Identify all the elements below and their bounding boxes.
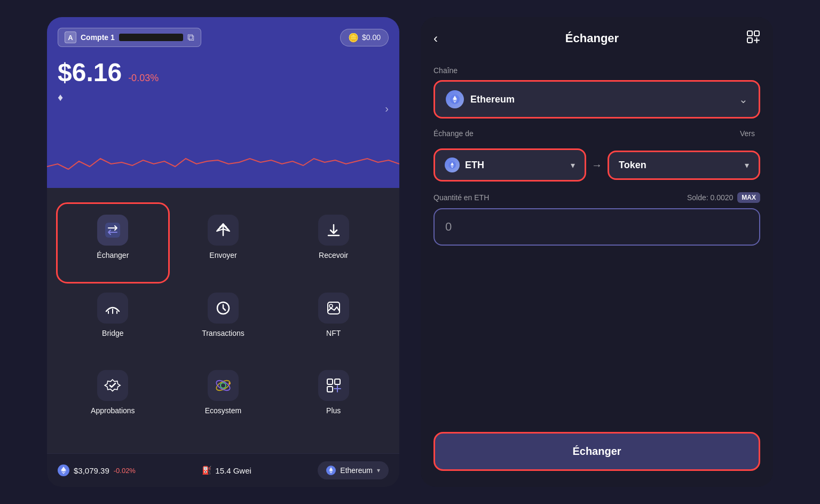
account-bar: A Compte 1 ⧉ 🪙 $0.00 <box>58 28 389 47</box>
recevoir-icon-wrap <box>318 215 349 246</box>
chain-section: Chaîne Ethereum ⌄ <box>433 66 760 119</box>
bridge-icon <box>104 300 121 317</box>
account-name: Compte 1 <box>81 33 115 42</box>
menu-item-recevoir[interactable]: Recevoir <box>278 204 389 282</box>
menu-item-ecosystem[interactable]: Ecosystem <box>168 359 279 437</box>
bottom-bar: $3,079.39 -0.02% ⛽ 15.4 Gwei Ethereum ▾ <box>47 453 399 487</box>
to-token-left: Token <box>619 160 646 171</box>
from-token-eth-icon <box>445 158 460 172</box>
swap-labels: Échange de Vers <box>433 129 760 143</box>
chain-selector[interactable]: Ethereum ⌄ <box>433 80 760 119</box>
from-token-dropdown-icon: ▾ <box>571 160 575 170</box>
balance-button[interactable]: 🪙 $0.00 <box>340 29 389 46</box>
network-name: Ethereum <box>340 466 373 475</box>
menu-item-echanger[interactable]: Échanger <box>58 204 168 282</box>
main-balance: $6.16 -0.03% <box>58 58 389 87</box>
to-token-dropdown-icon: ▾ <box>745 160 749 170</box>
chain-left: Ethereum <box>446 90 515 108</box>
max-button[interactable]: MAX <box>737 192 760 203</box>
account-redacted-address <box>119 34 183 41</box>
ecosystem-icon <box>215 377 232 394</box>
menu-grid: Échanger Envoyer Recevoir <box>47 188 399 453</box>
gas-info: ⛽ 15.4 Gwei <box>202 466 251 475</box>
svg-rect-18 <box>747 31 752 36</box>
recevoir-icon <box>325 222 342 239</box>
gas-value: 15.4 Gwei <box>215 466 251 475</box>
swap-arrow-icon: → <box>592 159 602 171</box>
nft-icon-wrap <box>318 293 349 324</box>
menu-item-approbations[interactable]: Approbations <box>58 359 168 437</box>
network-eth-icon <box>326 466 336 475</box>
to-token-name: Token <box>619 160 646 171</box>
right-panel: ‹ Échanger Chaîne <box>421 17 773 487</box>
transactions-label: Transactions <box>202 329 245 337</box>
balance-amount: $6.16 <box>58 58 122 87</box>
ecosystem-label: Ecosystem <box>205 406 241 415</box>
svg-point-8 <box>228 382 231 384</box>
svg-rect-20 <box>754 31 759 36</box>
amount-header: Quantité en ETH Solde: 0.0020 MAX <box>433 192 760 203</box>
solde-label: Solde: 0.0020 <box>687 193 733 202</box>
eth-diamond-icon: ♦ <box>58 91 389 104</box>
gas-pump-icon: ⛽ <box>202 466 212 475</box>
echanger-label: Échanger <box>97 251 129 259</box>
nft-icon <box>325 300 342 317</box>
eth-logo-icon <box>58 464 69 476</box>
eth-price-change: -0.02% <box>114 467 136 475</box>
envoyer-icon <box>215 222 232 239</box>
next-arrow-icon[interactable]: › <box>385 103 389 115</box>
account-name-box[interactable]: A Compte 1 ⧉ <box>58 28 201 47</box>
price-chart <box>47 135 399 188</box>
envoyer-label: Envoyer <box>209 251 236 259</box>
from-token-name: ETH <box>465 160 484 171</box>
menu-item-plus[interactable]: Plus <box>278 359 389 437</box>
copy-icon[interactable]: ⧉ <box>187 32 194 43</box>
balance-info: Solde: 0.0020 MAX <box>687 192 760 203</box>
approbations-icon <box>104 377 121 394</box>
menu-item-envoyer[interactable]: Envoyer <box>168 204 279 282</box>
balance-btn-value: $0.00 <box>362 33 381 42</box>
plus-icon-wrap <box>318 370 349 401</box>
bridge-icon-wrap <box>97 293 128 324</box>
from-token-left: ETH <box>445 158 484 172</box>
bottom-actions: Échanger <box>421 421 773 487</box>
swap-row: ETH ▾ → Token ▾ <box>433 148 760 182</box>
recevoir-label: Recevoir <box>319 251 348 259</box>
approbations-label: Approbations <box>91 406 135 415</box>
back-button[interactable]: ‹ <box>433 31 438 46</box>
approbations-icon-wrap <box>97 370 128 401</box>
menu-item-transactions[interactable]: Transactions <box>168 282 279 360</box>
quantite-label: Quantité en ETH <box>433 193 489 202</box>
from-token-selector[interactable]: ETH ▾ <box>433 148 586 182</box>
right-content: Chaîne Ethereum ⌄ Échange <box>421 56 773 421</box>
amount-input-box[interactable]: 0 <box>433 208 760 246</box>
swap-section: Échange de Vers ETH <box>433 129 760 182</box>
ecosystem-icon-wrap <box>208 370 239 401</box>
network-selector[interactable]: Ethereum ▾ <box>318 461 389 479</box>
echanger-icon <box>104 222 121 239</box>
swap-button[interactable]: Échanger <box>433 432 760 471</box>
network-chevron-icon: ▾ <box>377 467 380 474</box>
to-token-selector[interactable]: Token ▾ <box>608 151 760 180</box>
right-header: ‹ Échanger <box>421 17 773 56</box>
amount-value: 0 <box>445 220 452 233</box>
eth-price-container: $3,079.39 -0.02% <box>58 464 136 476</box>
svg-rect-9 <box>327 379 333 384</box>
eth-price-value: $3,079.39 <box>74 466 109 475</box>
chain-label: Chaîne <box>433 66 760 75</box>
menu-item-bridge[interactable]: Bridge <box>58 282 168 360</box>
chain-eth-icon <box>446 90 464 108</box>
nft-label: NFT <box>326 329 341 337</box>
echange-de-label: Échange de <box>433 129 474 138</box>
amount-section: Quantité en ETH Solde: 0.0020 MAX 0 <box>433 192 760 246</box>
svg-point-5 <box>220 383 226 388</box>
bridge-label: Bridge <box>102 329 123 337</box>
balance-change: -0.03% <box>128 73 159 84</box>
settings-icon[interactable] <box>746 30 760 47</box>
wallet-header: A Compte 1 ⧉ 🪙 $0.00 $6.16 -0.03% ♦ › <box>47 17 399 188</box>
account-letter: A <box>65 32 76 43</box>
plus-label: Plus <box>326 406 341 415</box>
menu-item-nft[interactable]: NFT <box>278 282 389 360</box>
svg-rect-19 <box>747 38 752 43</box>
vers-label: Vers <box>740 129 755 138</box>
